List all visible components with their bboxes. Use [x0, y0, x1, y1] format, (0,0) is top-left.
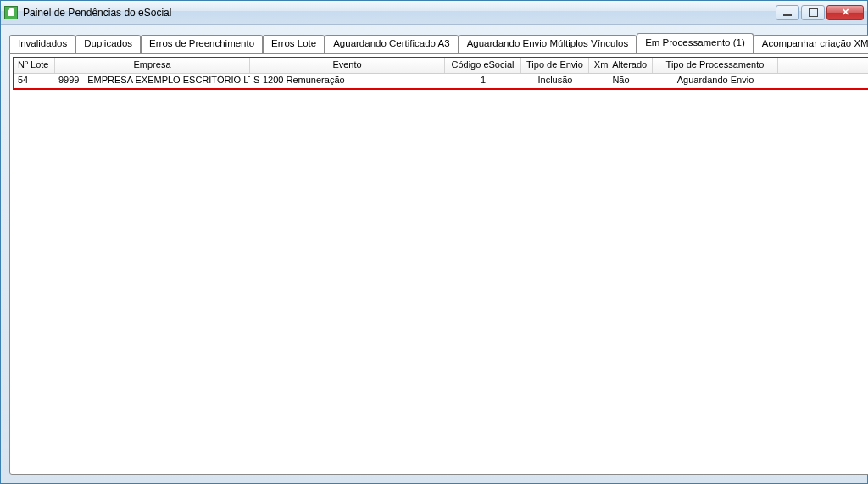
minimize-button[interactable] — [776, 5, 799, 20]
tab-invalidados[interactable]: Invalidados — [9, 35, 75, 55]
table-row[interactable]: 54 9999 - EMPRESA EXEMPLO ESCRITÓRIO LT … — [14, 74, 868, 88]
cell-lote: 54 — [14, 74, 55, 88]
col-header-xml-alterado[interactable]: Xml Alterado — [589, 58, 653, 73]
main-panel: Invalidados Duplicados Erros de Preenchi… — [9, 33, 868, 475]
tab-aguardando-envio-multiplos[interactable]: Aguardando Envio Múltiplos Vínculos — [459, 35, 637, 55]
titlebar: Painel de Pendências do eSocial — [1, 1, 867, 25]
tabs-row: Invalidados Duplicados Erros de Preenchi… — [9, 33, 868, 53]
tab-erros-preenchimento[interactable]: Erros de Preenchimento — [141, 35, 263, 55]
cell-tipo-processamento: Aguardando Envio — [653, 74, 778, 88]
tab-em-processamento[interactable]: Em Processamento (1) — [637, 33, 754, 53]
col-header-tipo-envio[interactable]: Tipo de Envio — [521, 58, 589, 73]
col-header-lote[interactable]: Nº Lote — [14, 58, 55, 73]
app-icon — [4, 6, 18, 19]
client-area: Invalidados Duplicados Erros de Preenchi… — [1, 25, 867, 483]
window-title: Painel de Pendências do eSocial — [23, 7, 776, 19]
tab-acompanhar-xmls[interactable]: Acompanhar criação XMLs — [754, 35, 868, 55]
maximize-button[interactable] — [801, 5, 825, 20]
data-grid[interactable]: Nº Lote Empresa Evento Código eSocial Ti… — [13, 57, 868, 90]
cell-tipo-envio: Inclusão — [521, 74, 589, 88]
col-header-tipo-processamento[interactable]: Tipo de Processamento — [653, 58, 778, 73]
cell-empresa: 9999 - EMPRESA EXEMPLO ESCRITÓRIO LT — [55, 74, 250, 88]
cell-codigo: 1 — [445, 74, 521, 88]
cell-xml-alterado: Não — [589, 74, 653, 88]
col-header-evento[interactable]: Evento — [250, 58, 445, 73]
close-button[interactable] — [826, 5, 864, 20]
grid-header-row: Nº Lote Empresa Evento Código eSocial Ti… — [14, 58, 868, 74]
col-header-empresa[interactable]: Empresa — [55, 58, 250, 73]
app-window: Painel de Pendências do eSocial Invalida… — [0, 0, 868, 484]
cell-evento: S-1200 Remuneração — [250, 74, 445, 88]
tab-duplicados[interactable]: Duplicados — [75, 35, 141, 55]
tab-aguardando-certificado[interactable]: Aguardando Certificado A3 — [325, 35, 458, 55]
col-header-codigo[interactable]: Código eSocial — [445, 58, 521, 73]
tab-content: Nº Lote Empresa Evento Código eSocial Ti… — [9, 53, 868, 475]
tab-erros-lote[interactable]: Erros Lote — [263, 35, 325, 55]
window-controls — [776, 5, 864, 20]
